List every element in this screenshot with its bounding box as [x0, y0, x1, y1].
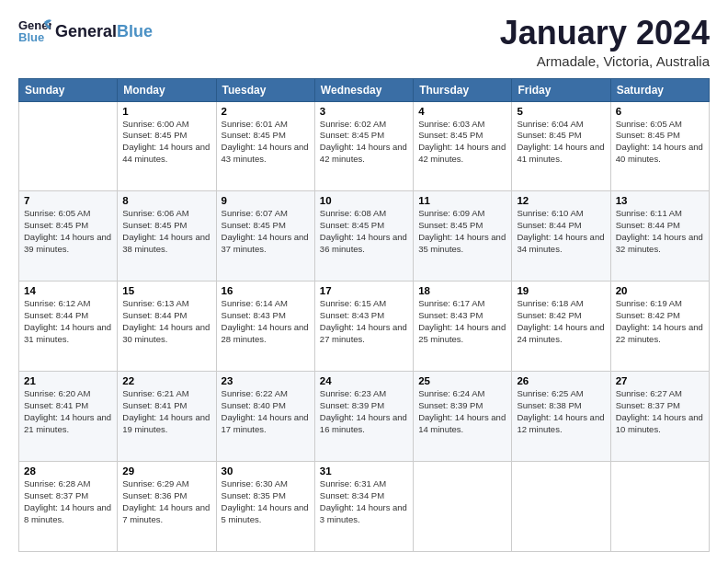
- logo-icon: General Blue: [18, 15, 51, 48]
- table-row: 1 Sunrise: 6:00 AM Sunset: 8:45 PM Dayli…: [118, 101, 216, 191]
- cell-sunset: Sunset: 8:45 PM: [418, 220, 506, 232]
- cell-info: Sunrise: 6:15 AM Sunset: 8:43 PM Dayligh…: [320, 298, 408, 345]
- cell-sunrise: Sunrise: 6:23 AM: [320, 388, 408, 400]
- cell-date: 29: [122, 465, 210, 477]
- cell-date: 26: [517, 375, 605, 386]
- cell-daylight: Daylight: 14 hours and 5 minutes.: [222, 502, 310, 526]
- table-row: 9 Sunrise: 6:07 AM Sunset: 8:45 PM Dayli…: [216, 191, 314, 282]
- header-thursday: Thursday: [414, 78, 512, 101]
- cell-sunrise: Sunrise: 6:11 AM: [616, 208, 704, 220]
- cell-sunset: Sunset: 8:42 PM: [616, 310, 704, 322]
- cell-sunset: Sunset: 8:39 PM: [418, 400, 506, 412]
- cell-info: Sunrise: 6:10 AM Sunset: 8:44 PM Dayligh…: [517, 208, 605, 255]
- table-row: [610, 462, 709, 552]
- cell-sunset: Sunset: 8:38 PM: [517, 400, 605, 412]
- cell-sunrise: Sunrise: 6:25 AM: [517, 388, 605, 400]
- cell-daylight: Daylight: 14 hours and 31 minutes.: [24, 322, 112, 346]
- cell-sunset: Sunset: 8:43 PM: [320, 310, 408, 322]
- table-row: 8 Sunrise: 6:06 AM Sunset: 8:45 PM Dayli…: [118, 191, 216, 282]
- cell-date: 20: [616, 285, 704, 296]
- cell-sunrise: Sunrise: 6:03 AM: [418, 119, 506, 131]
- calendar-week-3: 14 Sunrise: 6:12 AM Sunset: 8:44 PM Dayl…: [19, 282, 710, 372]
- table-row: 16 Sunrise: 6:14 AM Sunset: 8:43 PM Dayl…: [216, 282, 314, 372]
- cell-daylight: Daylight: 14 hours and 37 minutes.: [222, 232, 310, 256]
- cell-sunset: Sunset: 8:45 PM: [418, 130, 506, 142]
- table-row: 21 Sunrise: 6:20 AM Sunset: 8:41 PM Dayl…: [19, 372, 118, 462]
- cell-info: Sunrise: 6:05 AM Sunset: 8:45 PM Dayligh…: [24, 208, 112, 255]
- cell-info: Sunrise: 6:01 AM Sunset: 8:45 PM Dayligh…: [222, 119, 310, 166]
- cell-info: Sunrise: 6:29 AM Sunset: 8:36 PM Dayligh…: [122, 478, 210, 525]
- cell-daylight: Daylight: 14 hours and 41 minutes.: [517, 142, 605, 166]
- cell-sunrise: Sunrise: 6:12 AM: [24, 298, 112, 310]
- cell-daylight: Daylight: 14 hours and 8 minutes.: [24, 502, 112, 526]
- cell-sunrise: Sunrise: 6:13 AM: [122, 298, 210, 310]
- table-row: 15 Sunrise: 6:13 AM Sunset: 8:44 PM Dayl…: [118, 282, 216, 372]
- cell-date: 14: [24, 285, 112, 296]
- cell-sunrise: Sunrise: 6:10 AM: [517, 208, 605, 220]
- cell-info: Sunrise: 6:04 AM Sunset: 8:45 PM Dayligh…: [517, 119, 605, 166]
- cell-daylight: Daylight: 14 hours and 24 minutes.: [517, 322, 605, 346]
- table-row: 30 Sunrise: 6:30 AM Sunset: 8:35 PM Dayl…: [216, 462, 314, 552]
- cell-date: 19: [517, 285, 605, 296]
- cell-info: Sunrise: 6:06 AM Sunset: 8:45 PM Dayligh…: [122, 208, 210, 255]
- cell-info: Sunrise: 6:18 AM Sunset: 8:42 PM Dayligh…: [517, 298, 605, 345]
- cell-sunrise: Sunrise: 6:05 AM: [616, 119, 704, 131]
- cell-sunrise: Sunrise: 6:20 AM: [24, 388, 112, 400]
- cell-sunset: Sunset: 8:36 PM: [122, 490, 210, 502]
- cell-sunset: Sunset: 8:35 PM: [222, 490, 310, 502]
- table-row: 19 Sunrise: 6:18 AM Sunset: 8:42 PM Dayl…: [512, 282, 610, 372]
- cell-date: 21: [24, 375, 112, 386]
- table-row: 5 Sunrise: 6:04 AM Sunset: 8:45 PM Dayli…: [512, 101, 610, 191]
- cell-sunset: Sunset: 8:45 PM: [24, 220, 112, 232]
- cell-sunset: Sunset: 8:37 PM: [616, 400, 704, 412]
- cell-date: 1: [122, 106, 210, 117]
- header-sunday: Sunday: [19, 78, 118, 101]
- cell-sunset: Sunset: 8:44 PM: [122, 310, 210, 322]
- cell-info: Sunrise: 6:08 AM Sunset: 8:45 PM Dayligh…: [320, 208, 408, 255]
- cell-sunrise: Sunrise: 6:28 AM: [24, 478, 112, 490]
- cell-daylight: Daylight: 14 hours and 10 minutes.: [616, 412, 704, 436]
- cell-info: Sunrise: 6:30 AM Sunset: 8:35 PM Dayligh…: [222, 478, 310, 525]
- table-row: 14 Sunrise: 6:12 AM Sunset: 8:44 PM Dayl…: [19, 282, 118, 372]
- cell-sunset: Sunset: 8:43 PM: [418, 310, 506, 322]
- cell-daylight: Daylight: 14 hours and 38 minutes.: [122, 232, 210, 256]
- cell-daylight: Daylight: 14 hours and 12 minutes.: [517, 412, 605, 436]
- table-row: 28 Sunrise: 6:28 AM Sunset: 8:37 PM Dayl…: [19, 462, 118, 552]
- cell-info: Sunrise: 6:25 AM Sunset: 8:38 PM Dayligh…: [517, 388, 605, 435]
- cell-sunset: Sunset: 8:45 PM: [616, 130, 704, 142]
- cell-daylight: Daylight: 14 hours and 25 minutes.: [418, 322, 506, 346]
- cell-sunrise: Sunrise: 6:08 AM: [320, 208, 408, 220]
- cell-sunrise: Sunrise: 6:09 AM: [418, 208, 506, 220]
- header-friday: Friday: [512, 78, 610, 101]
- cell-daylight: Daylight: 14 hours and 17 minutes.: [222, 412, 310, 436]
- cell-date: 11: [418, 195, 506, 206]
- cell-sunset: Sunset: 8:42 PM: [517, 310, 605, 322]
- cell-sunset: Sunset: 8:40 PM: [222, 400, 310, 412]
- cell-daylight: Daylight: 14 hours and 3 minutes.: [320, 502, 408, 526]
- table-row: 27 Sunrise: 6:27 AM Sunset: 8:37 PM Dayl…: [610, 372, 709, 462]
- cell-date: 15: [122, 285, 210, 296]
- cell-sunrise: Sunrise: 6:17 AM: [418, 298, 506, 310]
- table-row: 17 Sunrise: 6:15 AM Sunset: 8:43 PM Dayl…: [314, 282, 413, 372]
- cell-info: Sunrise: 6:12 AM Sunset: 8:44 PM Dayligh…: [24, 298, 112, 345]
- cell-daylight: Daylight: 14 hours and 42 minutes.: [418, 142, 506, 166]
- cell-info: Sunrise: 6:22 AM Sunset: 8:40 PM Dayligh…: [222, 388, 310, 435]
- cell-date: 24: [320, 375, 408, 386]
- cell-sunset: Sunset: 8:41 PM: [24, 400, 112, 412]
- cell-sunrise: Sunrise: 6:27 AM: [616, 388, 704, 400]
- cell-sunset: Sunset: 8:45 PM: [222, 130, 310, 142]
- cell-sunrise: Sunrise: 6:31 AM: [320, 478, 408, 490]
- page: General Blue GeneralBlue January 2024 Ar…: [0, 0, 728, 563]
- cell-sunrise: Sunrise: 6:04 AM: [517, 119, 605, 131]
- cell-info: Sunrise: 6:21 AM Sunset: 8:41 PM Dayligh…: [122, 388, 210, 435]
- month-title: January 2024: [500, 15, 710, 52]
- cell-date: 7: [24, 195, 112, 206]
- calendar-week-2: 7 Sunrise: 6:05 AM Sunset: 8:45 PM Dayli…: [19, 191, 710, 282]
- calendar-table: Sunday Monday Tuesday Wednesday Thursday…: [18, 78, 710, 552]
- cell-date: 2: [222, 106, 310, 117]
- table-row: 4 Sunrise: 6:03 AM Sunset: 8:45 PM Dayli…: [414, 101, 512, 191]
- cell-info: Sunrise: 6:09 AM Sunset: 8:45 PM Dayligh…: [418, 208, 506, 255]
- table-row: [512, 462, 610, 552]
- cell-sunrise: Sunrise: 6:00 AM: [122, 119, 210, 131]
- cell-sunset: Sunset: 8:45 PM: [122, 130, 210, 142]
